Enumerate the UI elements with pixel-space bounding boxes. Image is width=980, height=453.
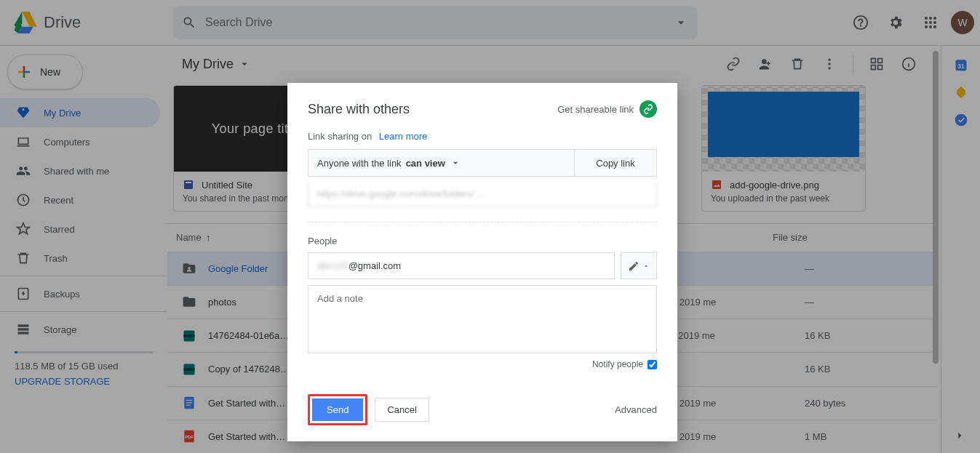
send-button[interactable]: Send [312, 398, 363, 421]
notify-people-row: Notify people [308, 359, 657, 369]
pencil-icon [628, 260, 640, 272]
share-modal: Share with others Get shareable link Lin… [287, 83, 677, 441]
divider [308, 222, 657, 223]
link-icon [640, 100, 657, 118]
people-label: People [308, 236, 657, 246]
dropdown-icon [642, 262, 650, 270]
permission-button[interactable] [621, 252, 657, 279]
advanced-link[interactable]: Advanced [615, 404, 657, 415]
send-highlight: Send [308, 394, 367, 425]
link-url-field[interactable]: https://drive.google.com/drive/folders/… [308, 181, 657, 207]
note-textarea[interactable] [308, 285, 657, 353]
shareable-label: Get shareable link [557, 104, 634, 115]
link-sharing-status: Link sharing on Learn more [308, 131, 657, 142]
cancel-button[interactable]: Cancel [375, 398, 429, 422]
notify-label: Notify people [592, 359, 643, 369]
dropdown-icon [450, 157, 461, 169]
copy-link-button[interactable]: Copy link [575, 150, 656, 176]
get-shareable-link[interactable]: Get shareable link [557, 100, 657, 118]
modal-title: Share with others [308, 102, 410, 117]
learn-more-link[interactable]: Learn more [379, 131, 427, 142]
notify-checkbox[interactable] [648, 360, 657, 369]
people-input[interactable]: abc123@gmail.com [308, 252, 615, 279]
link-permission-dropdown[interactable]: Anyone with the link can view [308, 150, 575, 176]
